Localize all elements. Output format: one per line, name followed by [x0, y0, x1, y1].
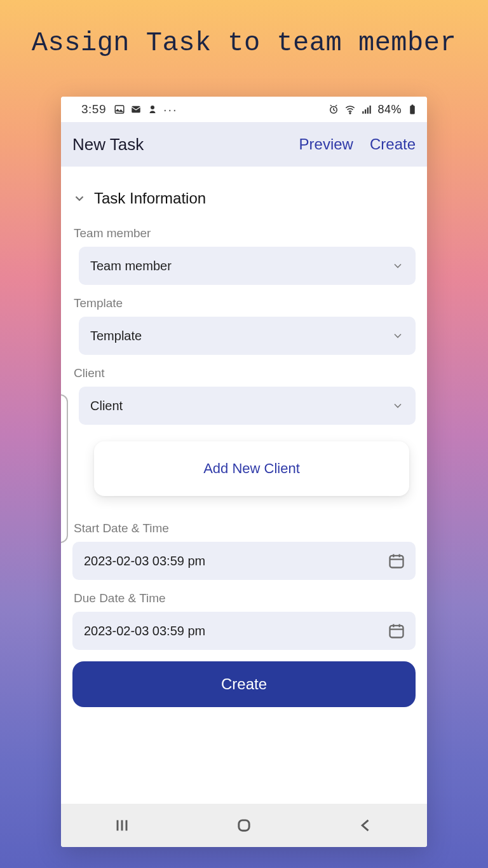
- svg-rect-14: [239, 820, 249, 830]
- add-new-client-button[interactable]: Add New Client: [94, 441, 409, 496]
- chevron-down-icon: [391, 399, 404, 412]
- template-label: Template: [72, 296, 416, 310]
- svg-rect-1: [132, 106, 140, 113]
- chevron-down-icon: [391, 329, 404, 342]
- chevron-down-icon: [72, 191, 86, 205]
- calendar-icon: [388, 622, 405, 640]
- client-value: Client: [90, 399, 391, 413]
- client-select[interactable]: Client: [79, 387, 416, 425]
- due-date-value: 2023-02-03 03:59 pm: [84, 624, 388, 638]
- svg-rect-8: [370, 106, 371, 114]
- chevron-down-icon: [391, 259, 404, 272]
- add-new-client-label: Add New Client: [203, 460, 300, 477]
- form-body: Task Information Team member Team member…: [61, 167, 427, 804]
- nav-home-button[interactable]: [231, 813, 257, 838]
- svg-rect-6: [365, 109, 366, 114]
- calendar-icon: [388, 552, 405, 570]
- side-handle[interactable]: [61, 394, 68, 543]
- team-member-label: Team member: [72, 226, 416, 240]
- android-navbar: [61, 804, 427, 847]
- section-header[interactable]: Task Information: [72, 178, 416, 226]
- create-button-label: Create: [221, 675, 267, 693]
- wifi-icon: [344, 104, 356, 115]
- nav-back-button[interactable]: [353, 813, 379, 838]
- svg-rect-7: [367, 107, 369, 114]
- page-title: Assign Task to team member: [0, 0, 488, 59]
- signal-icon: [361, 104, 372, 115]
- svg-rect-10: [412, 105, 414, 106]
- app-header: New Task Preview Create: [61, 122, 427, 167]
- svg-rect-5: [363, 111, 364, 114]
- screen-title: New Task: [72, 135, 283, 155]
- svg-rect-12: [390, 556, 403, 568]
- team-member-value: Team member: [90, 259, 391, 273]
- image-icon: [114, 104, 125, 115]
- app-icon: [147, 104, 158, 115]
- client-label: Client: [72, 366, 416, 380]
- due-date-input[interactable]: 2023-02-03 03:59 pm: [72, 612, 416, 650]
- svg-point-4: [350, 113, 351, 114]
- start-date-input[interactable]: 2023-02-03 03:59 pm: [72, 542, 416, 580]
- status-time: 3:59: [81, 102, 106, 116]
- template-select[interactable]: Template: [79, 317, 416, 355]
- start-date-value: 2023-02-03 03:59 pm: [84, 554, 388, 568]
- status-bar: 3:59 ··· 84%: [61, 97, 427, 122]
- mail-icon: [130, 104, 142, 115]
- phone-frame: 3:59 ··· 84%: [61, 97, 427, 847]
- create-header-button[interactable]: Create: [370, 135, 416, 153]
- svg-point-2: [151, 106, 154, 109]
- team-member-select[interactable]: Team member: [79, 247, 416, 285]
- more-icon: ···: [163, 102, 178, 117]
- preview-button[interactable]: Preview: [299, 135, 353, 153]
- battery-percent: 84%: [377, 103, 402, 116]
- battery-icon: [407, 104, 418, 115]
- due-date-label: Due Date & Time: [72, 591, 416, 605]
- create-button[interactable]: Create: [72, 661, 416, 707]
- svg-rect-13: [390, 626, 403, 638]
- template-value: Template: [90, 329, 391, 343]
- nav-recent-button[interactable]: [109, 813, 135, 838]
- section-title: Task Information: [94, 189, 206, 207]
- alarm-icon: [328, 104, 339, 115]
- start-date-label: Start Date & Time: [72, 521, 416, 535]
